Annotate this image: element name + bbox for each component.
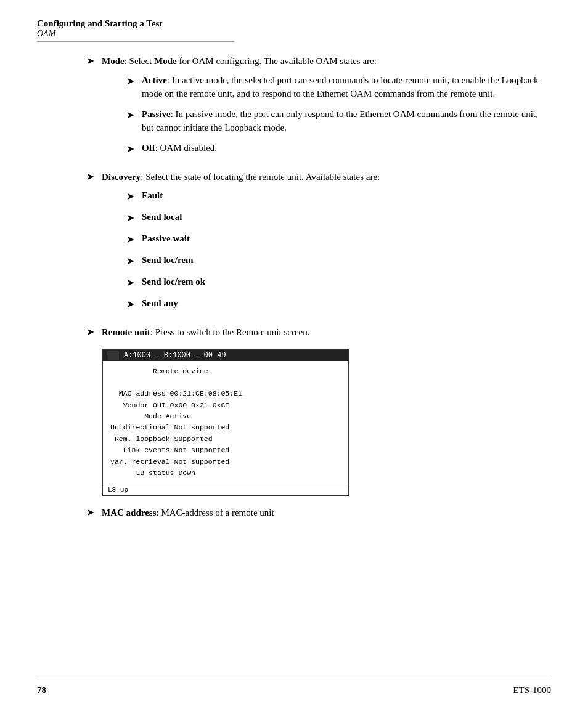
- screen-titlebar: A:1000 – B:1000 – 00 49: [103, 350, 348, 361]
- fault-text: Fault: [142, 189, 551, 203]
- mode-text: Mode: Select Mode for OAM configuring. T…: [102, 54, 551, 163]
- device-screen: A:1000 – B:1000 – 00 49 Remote device MA…: [102, 349, 349, 497]
- remote-unit-desc: : Press to switch to the Remote unit scr…: [150, 327, 310, 337]
- send-locrem-ok-key: Send loc/rem ok: [142, 277, 205, 286]
- send-any-text: Send any: [142, 296, 551, 310]
- arrow-icon-send-locrem: ➤: [126, 254, 134, 269]
- arrow-icon-passive: ➤: [126, 108, 134, 123]
- sub-bullet-send-local: ➤ Send local: [126, 210, 551, 225]
- header-divider: [37, 41, 234, 42]
- send-locrem-ok-text: Send loc/rem ok: [142, 275, 551, 289]
- screen-footer: L3 up: [103, 484, 348, 495]
- mode-desc: for OAM configuring. The available OAM s…: [177, 56, 377, 66]
- arrow-icon-fault: ➤: [126, 189, 134, 204]
- active-desc: : In active mode, the selected port can …: [142, 75, 539, 99]
- send-locrem-key: Send loc/rem: [142, 255, 193, 265]
- page-number: 78: [37, 685, 46, 696]
- arrow-icon-mac-address: ➤: [86, 506, 94, 518]
- send-locrem-text: Send loc/rem: [142, 253, 551, 267]
- mac-address-text: MAC address: MAC-address of a remote uni…: [102, 506, 551, 520]
- battery-icon: [107, 351, 119, 360]
- off-text: Off: OAM disabled.: [142, 141, 551, 155]
- arrow-icon-passive-wait: ➤: [126, 232, 134, 247]
- discovery-sub-bullets: ➤ Fault ➤ Send local ➤: [102, 189, 551, 312]
- product-name: ETS-1000: [513, 685, 551, 696]
- discovery-key: Discovery: [102, 172, 141, 182]
- active-text: Active: In active mode, the selected por…: [142, 73, 551, 101]
- device-screen-wrapper: A:1000 – B:1000 – 00 49 Remote device MA…: [102, 349, 551, 497]
- active-key: Active: [142, 75, 167, 85]
- mac-address-key: MAC address: [102, 508, 156, 517]
- bullet-mode: ➤ Mode: Select Mode for OAM configuring.…: [86, 54, 551, 163]
- arrow-icon-mode: ➤: [86, 55, 94, 67]
- arrow-icon-send-locrem-ok: ➤: [126, 275, 134, 290]
- off-desc: : OAM disabled.: [155, 143, 217, 153]
- header-title: Configuring and Starting a Test: [37, 18, 551, 29]
- send-local-key: Send local: [142, 212, 182, 222]
- send-local-text: Send local: [142, 210, 551, 224]
- send-any-key: Send any: [142, 298, 178, 308]
- discovery-desc: : Select the state of locating the remot…: [141, 172, 380, 182]
- screen-titlebar-text: A:1000 – B:1000 – 00 49: [124, 351, 226, 360]
- sub-bullet-active: ➤ Active: In active mode, the selected p…: [126, 73, 551, 101]
- passive-desc: : In passive mode, the port can only res…: [142, 109, 538, 133]
- sub-bullet-fault: ➤ Fault: [126, 189, 551, 204]
- sub-bullet-send-any: ➤ Send any: [126, 296, 551, 312]
- off-key: Off: [142, 143, 155, 153]
- arrow-icon-send-any: ➤: [126, 297, 134, 312]
- arrow-icon-off: ➤: [126, 142, 134, 156]
- arrow-icon-active: ➤: [126, 74, 134, 89]
- discovery-text: Discovery: Select the state of locating …: [102, 170, 551, 318]
- sub-bullet-send-locrem: ➤ Send loc/rem: [126, 253, 551, 269]
- mode-key2: Mode: [154, 56, 177, 66]
- mode-sub-bullets: ➤ Active: In active mode, the selected p…: [102, 73, 551, 156]
- mode-key: Mode: [102, 56, 125, 66]
- fault-key: Fault: [142, 190, 163, 200]
- screen-body: Remote device MAC address 00:21:CE:08:05…: [103, 361, 348, 484]
- mac-address-desc: : MAC-address of a remote unit: [156, 508, 274, 517]
- bullet-discovery: ➤ Discovery: Select the state of locatin…: [86, 170, 551, 318]
- header-subtitle: OAM: [37, 29, 551, 39]
- page-header: Configuring and Starting a Test OAM: [37, 18, 551, 42]
- remote-unit-text: Remote unit: Press to switch to the Remo…: [102, 325, 551, 339]
- page-container: Configuring and Starting a Test OAM ➤ Mo…: [0, 0, 588, 714]
- passive-wait-key: Passive wait: [142, 233, 190, 243]
- sub-bullet-send-locrem-ok: ➤ Send loc/rem ok: [126, 275, 551, 290]
- passive-key: Passive: [142, 109, 171, 119]
- sub-bullet-passive-wait: ➤ Passive wait: [126, 232, 551, 247]
- bullet-remote-unit: ➤ Remote unit: Press to switch to the Re…: [86, 325, 551, 339]
- arrow-icon-send-local: ➤: [126, 211, 134, 225]
- bullet-mac-address: ➤ MAC address: MAC-address of a remote u…: [86, 506, 551, 520]
- content-area: ➤ Mode: Select Mode for OAM configuring.…: [37, 54, 551, 520]
- page-footer: 78 ETS-1000: [37, 680, 551, 696]
- passive-text: Passive: In passive mode, the port can o…: [142, 107, 551, 135]
- sub-bullet-off: ➤ Off: OAM disabled.: [126, 141, 551, 156]
- remote-unit-key: Remote unit: [102, 327, 150, 337]
- passive-wait-text: Passive wait: [142, 232, 551, 246]
- arrow-icon-discovery: ➤: [86, 171, 94, 182]
- arrow-icon-remote-unit: ➤: [86, 326, 94, 338]
- mode-sep: : Select: [125, 56, 154, 66]
- sub-bullet-passive: ➤ Passive: In passive mode, the port can…: [126, 107, 551, 135]
